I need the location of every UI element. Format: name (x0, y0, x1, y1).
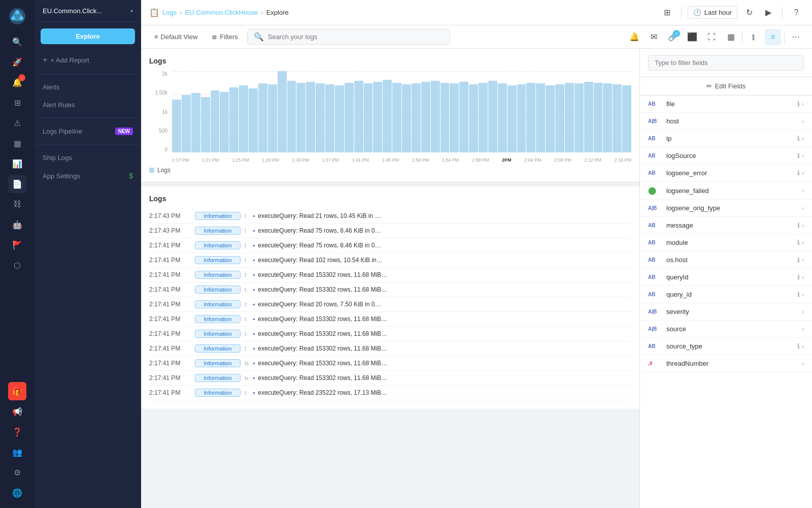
field-row[interactable]: A|B source › (640, 321, 812, 338)
breadcrumb-explore: Explore (266, 9, 289, 16)
field-row[interactable]: AB queryId ℹ › (640, 269, 812, 286)
chart-button[interactable]: ▦ (723, 29, 739, 45)
right-panel: ✏ Edit Fields AB file ℹ › A|B host › AB … (639, 49, 812, 508)
field-type: .# (648, 361, 662, 366)
log-row[interactable]: 2:17:41 PM Information t: ▪ executeQuery… (149, 341, 631, 356)
sidebar-flag-icon[interactable]: 🚩 (8, 236, 26, 254)
x-2: 1:21 PM (202, 157, 219, 163)
field-row[interactable]: AB os.host ℹ › (640, 251, 812, 269)
chart-bar (306, 82, 315, 152)
link-button[interactable]: 🔗 1 (665, 29, 681, 45)
log-row[interactable]: 2:17:41 PM Information t: ▪ executeQuery… (149, 297, 631, 312)
log-row[interactable]: 2:17:41 PM Information ts: ▪ executeQuer… (149, 371, 631, 386)
default-view-button[interactable]: ≡ Default View (149, 30, 202, 43)
log-row[interactable]: 2:17:41 PM Information ts: ▪ executeQuer… (149, 356, 631, 371)
sidebar-globe-icon[interactable]: 🌐 (8, 484, 26, 502)
search-bar[interactable]: 🔍 (247, 29, 450, 45)
sidebar-integration-icon[interactable]: ⛓ (8, 195, 26, 213)
sidebar-bell-icon[interactable]: 🔔 ! (8, 73, 26, 91)
chart-bar (450, 83, 459, 152)
field-type: AB (648, 343, 662, 349)
y-label-0: 0 (149, 147, 167, 152)
sidebar-users-icon[interactable]: 👥 (8, 443, 26, 461)
field-filter-input[interactable] (648, 55, 804, 71)
breadcrumb-logs[interactable]: Logs (162, 9, 177, 16)
notifications-button[interactable]: 🔔 (626, 29, 642, 45)
apps-grid-button[interactable]: ⊞ (660, 5, 675, 20)
refresh-button[interactable]: ↻ (741, 5, 757, 20)
sidebar-item-ship-logs[interactable]: Ship Logs (35, 149, 141, 167)
chevron-icon: › (802, 257, 804, 264)
more-button[interactable]: ⋯ (788, 29, 804, 45)
sidebar-rocket-icon[interactable]: 🚀 (8, 53, 26, 71)
field-row[interactable]: A|B severity › (640, 303, 812, 321)
log-row[interactable]: 2:17:41 PM Information t ▪ executeQuery:… (149, 253, 631, 268)
filters-button[interactable]: ≣ Filters (207, 30, 243, 43)
field-row[interactable]: AB logsene_error ℹ › (640, 165, 812, 182)
sidebar-gift-icon[interactable]: 🎁 (8, 382, 26, 400)
sidebar-monitor-icon[interactable]: ▦ (8, 134, 26, 152)
sidebar-speaker-icon[interactable]: 📢 (8, 402, 26, 421)
sidebar-grid-icon[interactable]: ⊞ (8, 93, 26, 112)
x-4: 1:29 PM (262, 157, 279, 163)
mail-button[interactable]: ✉ (646, 29, 662, 45)
sidebar-chart-icon[interactable]: 📊 (8, 154, 26, 173)
sidebar-apps-icon[interactable]: ⬡ (8, 256, 26, 274)
search-input[interactable] (268, 33, 444, 41)
log-time: 2:17:43 PM (149, 227, 195, 234)
log-row[interactable]: 2:17:41 PM Information t: ▪ executeQuery… (149, 312, 631, 327)
table-button[interactable]: ≡ (765, 29, 781, 45)
log-row[interactable]: 2:17:41 PM Information t ▪ executeQuery:… (149, 238, 631, 253)
chart-bar (172, 100, 181, 152)
field-row[interactable]: AB message ℹ › (640, 217, 812, 234)
last-hour-selector[interactable]: 🕐 Last hour (688, 6, 737, 19)
chart-bar (526, 83, 535, 152)
fullscreen-button[interactable]: ⛶ (703, 29, 720, 45)
field-row[interactable]: AB source_type ℹ › (640, 338, 812, 355)
sidebar-item-alerts[interactable]: Alerts (35, 78, 141, 96)
play-button[interactable]: ▶ (761, 5, 776, 20)
log-row[interactable]: 2:17:41 PM Information t: ▪ executeQuery… (149, 327, 631, 341)
sidebar-item-logs-pipeline[interactable]: Logs Pipeline NEW (35, 122, 141, 140)
chart-bar (479, 83, 488, 152)
field-name: logSource (666, 152, 797, 160)
field-row[interactable]: AB ip ℹ › (640, 130, 812, 147)
log-level-badge: Information (195, 227, 241, 235)
log-row[interactable]: 2:17:43 PM Information t ▪ executeQuery:… (149, 209, 631, 224)
sidebar-search-icon[interactable]: 🔍 (8, 33, 26, 51)
terminal-button[interactable]: ⬛ (684, 29, 700, 45)
log-row[interactable]: 2:17:43 PM Information t ▪ executeQuery:… (149, 224, 631, 238)
add-report-button[interactable]: + + Add Report (35, 50, 141, 70)
sidebar-logs-icon[interactable]: 📄 (8, 175, 26, 193)
sidebar-item-app-settings[interactable]: App Settings $ (35, 167, 141, 185)
field-row[interactable]: AB query_id ℹ › (640, 286, 812, 303)
field-row[interactable]: A|B logsene_orig_type › (640, 200, 812, 217)
log-row[interactable]: 2:17:41 PM Information t: ▪ executeQuery… (149, 282, 631, 297)
explore-button[interactable]: Explore (41, 28, 135, 44)
chevron-icon: › (802, 291, 804, 298)
field-type: A|B (648, 118, 662, 124)
chevron-icon: › (802, 170, 804, 177)
sidebar-item-alert-rules[interactable]: Alert Rules (35, 96, 141, 114)
help-button[interactable]: ? (789, 5, 804, 20)
sidebar-bot-icon[interactable]: 🤖 (8, 215, 26, 234)
log-level-badge: Information (195, 374, 241, 382)
breadcrumb-clickhouse[interactable]: EU.Common.ClickHouse (185, 9, 258, 16)
edit-fields-button[interactable]: ✏ Edit Fields (640, 77, 812, 96)
field-row[interactable]: AB module ℹ › (640, 234, 812, 251)
field-row[interactable]: A|B host › (640, 113, 812, 130)
field-row[interactable]: AB logSource ℹ › (640, 147, 812, 165)
sidebar-settings-icon[interactable]: ⚙ (8, 463, 26, 482)
ss-header[interactable]: EU.Common.Click... ▾ (35, 0, 141, 22)
field-row[interactable]: AB file ℹ › (640, 96, 812, 113)
field-row[interactable]: .# threadNumber › (640, 355, 812, 372)
log-row[interactable]: 2:17:41 PM Information t: ▪ executeQuery… (149, 386, 631, 400)
log-level-badge: Information (195, 212, 241, 220)
field-row[interactable]: ⬤ logsene_failed › (640, 182, 812, 200)
columns-button[interactable]: ⫿ (746, 29, 762, 45)
sidebar-help-icon[interactable]: ❓ (8, 423, 26, 441)
x-16: 2:16 PM (614, 157, 631, 163)
sidebar-alert-icon[interactable]: ⚠ (8, 114, 26, 132)
log-row[interactable]: 2:17:41 PM Information t: ▪ executeQuery… (149, 268, 631, 282)
log-level-badge: Information (195, 285, 241, 294)
